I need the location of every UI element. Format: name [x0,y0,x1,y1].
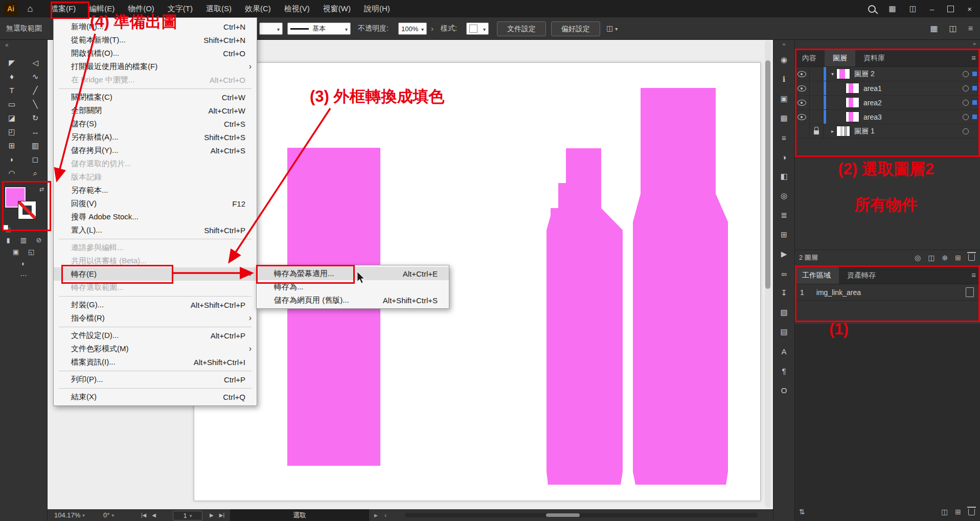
next-artboard-icon[interactable]: ▶ [210,512,214,518]
target-circle-icon[interactable] [963,85,969,92]
expand-panels-icon[interactable] [773,39,794,50]
draw-normal-button[interactable]: ▣ [11,248,20,256]
menu-help[interactable]: 說明(H) [357,0,397,17]
adjust-icon[interactable]: ◉ [773,50,794,70]
tab-properties[interactable]: 內容 [794,50,825,66]
expand-chevron-icon[interactable]: ▾ [829,71,836,77]
layer-row[interactable]: area3 [794,110,980,124]
file-export[interactable]: 轉存(E) [54,267,257,281]
target-circle-icon[interactable] [963,71,969,77]
preferences-button[interactable]: 偏好設定 [551,21,600,36]
actions-icon[interactable]: ▶ [773,244,794,264]
eraser-tool[interactable]: ◪ [0,111,24,125]
menu-edit[interactable]: 編輯(E) [82,0,121,17]
pink-bottle-large[interactable] [633,88,728,485]
character-icon[interactable]: A [773,342,794,361]
prev-artboard-icon[interactable]: ◀ [152,512,156,518]
fill-none-button[interactable]: ⊘ [34,236,43,244]
visibility-toggle[interactable] [794,67,810,81]
toolbar-more-button[interactable]: ⋯ [19,271,28,279]
collapse-toolbar-icon[interactable] [0,39,47,52]
direct-selection-tool[interactable]: ◁ [24,56,47,70]
menu-file[interactable]: 檔案(F) [44,0,82,17]
selection-tool[interactable]: ◤ [0,56,24,70]
vertical-scrollbar[interactable] [765,40,771,508]
reorder-artboards-icon[interactable]: ⇅ [799,508,805,516]
target-circle-icon[interactable] [963,128,969,134]
new-artboard-icon[interactable]: ⊞ [955,508,961,516]
layout-grid-icon[interactable]: ▦ [930,24,938,33]
target-circle-icon[interactable] [963,114,969,120]
transparency-icon[interactable]: ◧ [773,167,794,186]
scale-tool[interactable]: ◰ [0,125,24,139]
file-search-stock[interactable]: 搜尋 Adobe Stock... [54,210,257,223]
new-layer-icon[interactable]: ⊞ [955,254,961,262]
search-icon[interactable] [868,5,876,13]
target-circle-icon[interactable] [963,100,969,106]
pen-tool[interactable]: ♦ [0,70,24,83]
tab-layers[interactable]: 圖層 [825,50,855,66]
type-tool[interactable]: T [0,83,24,97]
restore-button[interactable] [947,6,954,12]
delete-artboard-icon[interactable] [968,509,975,515]
align-options-dropdown[interactable] [606,24,618,32]
line-segment-tool[interactable]: ╱ [24,83,47,97]
stroke-icon[interactable]: ≡ [773,128,794,147]
workspace-switcher-icon[interactable]: ▦ [889,4,896,13]
pink-bottle-small[interactable] [546,148,623,485]
rotate-tool[interactable]: ↻ [24,111,47,125]
asset-export-icon[interactable]: ↧ [773,283,794,303]
file-print[interactable]: 列印(P)...Ctrl+P [54,373,257,386]
info-icon[interactable]: ℹ [773,70,794,89]
opacity-dropdown[interactable]: 100% [398,22,427,35]
layer-row[interactable]: ▾圖層 2 [794,67,980,81]
image-trace-icon[interactable]: ▧ [773,303,794,322]
menu-effect[interactable]: 效果(C) [238,0,278,17]
lock-toggle[interactable] [810,110,824,124]
artboard-number-dropdown[interactable]: 1 [173,511,202,520]
screen-mode-button[interactable]: ◐ [19,260,28,267]
file-save[interactable]: 儲存(S)Ctrl+S [54,117,257,130]
rotation-dropdown[interactable]: 0° [103,509,114,521]
gradient-icon[interactable]: ◑ [773,147,794,167]
align-icon[interactable]: ≣ [773,206,794,225]
document-setup-button[interactable]: 文件設定 [497,21,546,36]
artboards-icon[interactable]: ▣ [773,89,794,108]
file-save-template[interactable]: 另存範本... [54,184,257,197]
new-sublayer-icon[interactable]: ⊕ [942,254,948,262]
delete-layer-icon[interactable] [968,254,975,261]
draw-behind-button[interactable]: ◱ [27,248,36,256]
style-dropdown[interactable] [466,22,489,35]
gradient-tool[interactable]: ▥ [24,139,47,152]
layer-row[interactable]: area2 [794,96,980,110]
visibility-toggle[interactable] [794,96,810,109]
export-for-screens[interactable]: 轉存為螢幕適用...Alt+Ctrl+E [257,267,449,280]
panel-menu-icon[interactable] [971,53,976,62]
links-icon[interactable]: ∞ [773,264,794,283]
minimize-button[interactable]: – [930,5,934,13]
dock-panels-icon[interactable]: ◫ [949,24,957,33]
control-menu-icon[interactable]: ≡ [968,24,973,33]
layer-row[interactable]: area1 [794,81,980,96]
first-artboard-icon[interactable]: |◀ [141,512,146,518]
zoom-level-dropdown[interactable]: 104.17% [54,509,85,521]
menu-window[interactable]: 視窗(W) [316,0,357,17]
width-profile-dropdown[interactable] [259,22,283,35]
visibility-toggle[interactable] [794,124,810,138]
file-close[interactable]: 關閉檔案(C)Ctrl+W [54,90,257,104]
status-expand-icon[interactable] [374,509,378,521]
file-color-mode[interactable]: 文件色彩模式(M) [54,342,257,355]
horizontal-scrollbar-thumb[interactable] [546,513,580,517]
hand-tool[interactable]: ◠ [0,166,24,180]
arrange-documents-icon[interactable]: ◫ [909,4,917,13]
swap-fill-stroke-icon[interactable] [39,186,44,193]
eyedropper-tool[interactable]: ◗ [0,152,24,166]
menu-view[interactable]: 檢視(V) [278,0,316,17]
lock-toggle[interactable] [810,67,824,81]
file-info[interactable]: 檔案資訊(I)...Alt+Shift+Ctrl+I [54,355,257,369]
artboard-options-icon[interactable]: ◫ [941,508,948,516]
locate-object-icon[interactable]: ◎ [915,254,921,262]
menu-select[interactable]: 選取(S) [199,0,238,17]
tab-asset-export[interactable]: 資產轉存 [839,267,884,284]
export-as[interactable]: 轉存為... [257,280,449,293]
